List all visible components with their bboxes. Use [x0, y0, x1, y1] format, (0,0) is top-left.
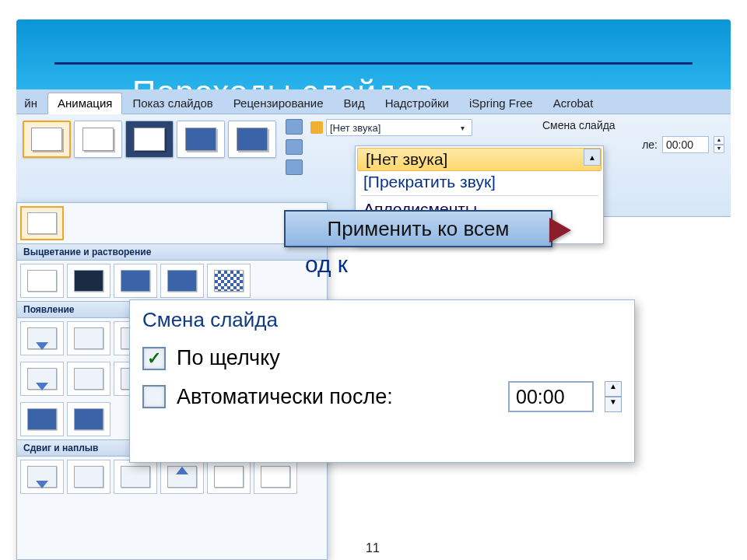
gallery-thumb[interactable] — [207, 264, 251, 298]
hidden-text-fragment: од к — [305, 251, 348, 278]
caret-down-icon: ▾ — [461, 124, 468, 132]
onclick-checkbox[interactable] — [142, 347, 166, 370]
gallery-thumb[interactable] — [114, 264, 157, 298]
advance-panel-header: Смена слайда — [142, 308, 622, 332]
apply-to-all-label: Применить ко всем — [328, 217, 510, 241]
ribbon-mini-button[interactable] — [286, 159, 303, 175]
ribbon-mini-buttons — [282, 114, 306, 216]
onclick-label: По щелчку — [177, 346, 280, 370]
transition-thumb[interactable] — [125, 121, 174, 158]
tab-ispring[interactable]: iSpring Free — [459, 93, 543, 114]
tab-review[interactable]: Рецензирование — [223, 93, 334, 114]
tab-slideshow[interactable]: Показ слайдов — [122, 93, 223, 114]
advance-slide-panel: Смена слайда По щелчку Автоматически пос… — [129, 299, 635, 463]
auto-after-time-value: 00:00 — [516, 386, 565, 408]
gallery-thumb[interactable] — [114, 460, 157, 494]
ribbon-mini-button[interactable] — [286, 139, 303, 155]
ribbon-mini-button[interactable] — [286, 119, 303, 135]
sound-option-none[interactable]: [Нет звука] — [357, 148, 601, 171]
transition-thumb[interactable] — [74, 121, 122, 158]
page-number: 11 — [366, 541, 380, 555]
gallery-thumb[interactable] — [160, 460, 204, 494]
auto-after-checkbox[interactable] — [142, 385, 166, 408]
auto-after-label: Автоматически после: — [177, 385, 393, 409]
tab-addins[interactable]: Надстройки — [375, 93, 459, 114]
gallery-thumb[interactable] — [20, 460, 64, 494]
transition-thumb[interactable] — [177, 121, 225, 158]
gallery-thumb[interactable] — [20, 321, 64, 355]
auto-after-time-field[interactable]: 00:00 — [508, 381, 594, 412]
apply-to-all-callout: Применить ко всем — [284, 210, 552, 247]
transition-thumbs-group: Нет — [16, 114, 282, 216]
tab-acrobat[interactable]: Acrobat — [543, 93, 604, 114]
tab-design-partial[interactable]: йн — [21, 93, 47, 114]
gallery-group-fade: Выцветание и растворение — [17, 243, 327, 261]
dropdown-separator — [360, 195, 598, 196]
slide-divider — [54, 62, 693, 65]
gallery-thumb[interactable] — [20, 402, 64, 436]
gallery-thumb[interactable] — [67, 402, 110, 436]
gallery-thumb[interactable] — [67, 264, 110, 298]
sound-dropdown-field[interactable]: [Нет звука] ▾ — [326, 119, 472, 136]
sound-dropdown-value: [Нет звука] — [330, 122, 381, 134]
after-label-fragment: ле: — [642, 138, 658, 151]
gallery-thumb[interactable] — [20, 264, 64, 298]
gallery-thumb[interactable] — [67, 362, 110, 396]
scroll-up-button[interactable]: ▲ — [584, 149, 601, 166]
ribbon-tabbar: йн Анимация Показ слайдов Рецензирование… — [16, 89, 731, 114]
tab-view[interactable]: Вид — [334, 93, 375, 114]
tab-animation[interactable]: Анимация — [47, 93, 122, 114]
sound-icon — [310, 121, 323, 134]
transition-none-thumb[interactable] — [23, 121, 71, 158]
gallery-thumb[interactable] — [20, 362, 64, 396]
auto-time-value: 00:00 — [666, 138, 693, 151]
time-spinner[interactable]: ▲▼ — [714, 136, 724, 153]
gallery-thumb[interactable] — [254, 460, 297, 494]
gallery-thumb[interactable] — [160, 264, 204, 298]
gallery-thumb[interactable] — [67, 460, 110, 494]
sound-option-stop[interactable]: [Прекратить звук] — [356, 171, 603, 193]
gallery-thumb-none[interactable] — [20, 206, 64, 240]
auto-after-spinner[interactable]: ▲▼ — [605, 381, 622, 412]
gallery-thumb[interactable] — [67, 321, 110, 355]
transition-thumb[interactable] — [228, 121, 276, 158]
auto-time-field[interactable]: 00:00 — [662, 136, 709, 153]
gallery-thumb[interactable] — [207, 460, 251, 494]
advance-slide-header: Смена слайда — [542, 119, 724, 131]
